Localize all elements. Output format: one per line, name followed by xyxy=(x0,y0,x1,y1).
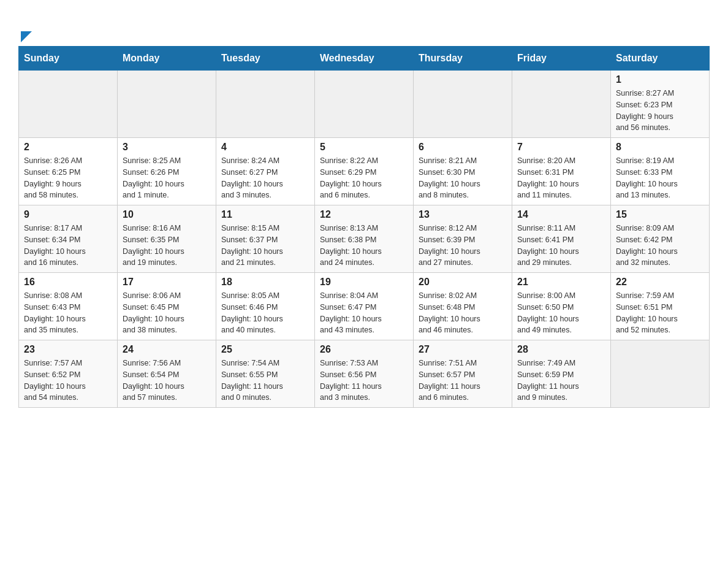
day-info: Sunrise: 8:12 AMSunset: 6:39 PMDaylight:… xyxy=(419,223,507,269)
calendar-cell: 26Sunrise: 7:53 AMSunset: 6:56 PMDayligh… xyxy=(315,340,414,408)
day-info: Sunrise: 8:08 AMSunset: 6:43 PMDaylight:… xyxy=(24,290,112,336)
day-info: Sunrise: 8:04 AMSunset: 6:47 PMDaylight:… xyxy=(320,290,408,336)
calendar-cell xyxy=(19,71,118,138)
day-number: 13 xyxy=(419,209,507,220)
day-info: Sunrise: 8:11 AMSunset: 6:41 PMDaylight:… xyxy=(517,223,605,269)
calendar-week-row: 23Sunrise: 7:57 AMSunset: 6:52 PMDayligh… xyxy=(19,340,710,408)
calendar-cell: 23Sunrise: 7:57 AMSunset: 6:52 PMDayligh… xyxy=(19,340,118,408)
calendar-body: 1Sunrise: 8:27 AMSunset: 6:23 PMDaylight… xyxy=(19,71,710,408)
calendar-cell: 19Sunrise: 8:04 AMSunset: 6:47 PMDayligh… xyxy=(315,273,414,340)
day-info: Sunrise: 8:22 AMSunset: 6:29 PMDaylight:… xyxy=(320,155,408,201)
calendar-table: SundayMondayTuesdayWednesdayThursdayFrid… xyxy=(18,46,710,408)
calendar-cell: 27Sunrise: 7:51 AMSunset: 6:57 PMDayligh… xyxy=(414,340,512,408)
day-info: Sunrise: 8:21 AMSunset: 6:30 PMDaylight:… xyxy=(419,155,507,201)
day-info: Sunrise: 8:24 AMSunset: 6:27 PMDaylight:… xyxy=(221,155,309,201)
day-info: Sunrise: 8:25 AMSunset: 6:26 PMDaylight:… xyxy=(123,155,211,201)
day-info: Sunrise: 8:17 AMSunset: 6:34 PMDaylight:… xyxy=(24,223,112,269)
day-info: Sunrise: 8:06 AMSunset: 6:45 PMDaylight:… xyxy=(123,290,211,336)
weekday-header-monday: Monday xyxy=(118,47,216,71)
day-number: 16 xyxy=(24,277,112,288)
calendar-cell: 18Sunrise: 8:05 AMSunset: 6:46 PMDayligh… xyxy=(216,273,315,340)
day-info: Sunrise: 8:20 AMSunset: 6:31 PMDaylight:… xyxy=(517,155,605,201)
day-number: 24 xyxy=(123,344,211,355)
day-info: Sunrise: 8:09 AMSunset: 6:42 PMDaylight:… xyxy=(616,223,704,269)
day-number: 27 xyxy=(419,344,507,355)
day-info: Sunrise: 7:54 AMSunset: 6:55 PMDaylight:… xyxy=(221,358,309,404)
day-number: 10 xyxy=(123,209,211,220)
day-number: 11 xyxy=(221,209,309,220)
calendar-cell: 16Sunrise: 8:08 AMSunset: 6:43 PMDayligh… xyxy=(19,273,118,340)
day-number: 17 xyxy=(123,277,211,288)
day-info: Sunrise: 8:00 AMSunset: 6:50 PMDaylight:… xyxy=(517,290,605,336)
calendar-week-row: 1Sunrise: 8:27 AMSunset: 6:23 PMDaylight… xyxy=(19,71,710,138)
calendar-cell: 11Sunrise: 8:15 AMSunset: 6:37 PMDayligh… xyxy=(216,205,315,273)
calendar-cell: 10Sunrise: 8:16 AMSunset: 6:35 PMDayligh… xyxy=(118,205,216,273)
calendar-cell xyxy=(315,71,414,138)
calendar-cell: 14Sunrise: 8:11 AMSunset: 6:41 PMDayligh… xyxy=(512,205,611,273)
day-number: 4 xyxy=(221,142,309,153)
logo-blue-row xyxy=(18,31,32,40)
calendar-cell: 13Sunrise: 8:12 AMSunset: 6:39 PMDayligh… xyxy=(414,205,512,273)
weekday-header-wednesday: Wednesday xyxy=(315,47,414,71)
calendar-cell: 5Sunrise: 8:22 AMSunset: 6:29 PMDaylight… xyxy=(315,138,414,205)
day-number: 19 xyxy=(320,277,408,288)
day-number: 22 xyxy=(616,277,704,288)
day-info: Sunrise: 7:49 AMSunset: 6:59 PMDaylight:… xyxy=(517,358,605,404)
day-number: 25 xyxy=(221,344,309,355)
calendar-cell: 4Sunrise: 8:24 AMSunset: 6:27 PMDaylight… xyxy=(216,138,315,205)
day-info: Sunrise: 8:13 AMSunset: 6:38 PMDaylight:… xyxy=(320,223,408,269)
day-info: Sunrise: 8:16 AMSunset: 6:35 PMDaylight:… xyxy=(123,223,211,269)
day-info: Sunrise: 8:02 AMSunset: 6:48 PMDaylight:… xyxy=(419,290,507,336)
calendar-cell: 3Sunrise: 8:25 AMSunset: 6:26 PMDaylight… xyxy=(118,138,216,205)
day-number: 5 xyxy=(320,142,408,153)
calendar-week-row: 16Sunrise: 8:08 AMSunset: 6:43 PMDayligh… xyxy=(19,273,710,340)
day-number: 15 xyxy=(616,209,704,220)
calendar-cell: 22Sunrise: 7:59 AMSunset: 6:51 PMDayligh… xyxy=(611,273,710,340)
calendar-cell xyxy=(414,71,512,138)
day-info: Sunrise: 8:19 AMSunset: 6:33 PMDaylight:… xyxy=(616,155,704,201)
calendar-cell: 21Sunrise: 8:00 AMSunset: 6:50 PMDayligh… xyxy=(512,273,611,340)
weekday-header-thursday: Thursday xyxy=(414,47,512,71)
calendar-cell: 20Sunrise: 8:02 AMSunset: 6:48 PMDayligh… xyxy=(414,273,512,340)
weekday-header-row: SundayMondayTuesdayWednesdayThursdayFrid… xyxy=(19,47,710,71)
day-info: Sunrise: 7:51 AMSunset: 6:57 PMDaylight:… xyxy=(419,358,507,404)
calendar-cell: 9Sunrise: 8:17 AMSunset: 6:34 PMDaylight… xyxy=(19,205,118,273)
day-number: 2 xyxy=(24,142,112,153)
calendar-cell: 17Sunrise: 8:06 AMSunset: 6:45 PMDayligh… xyxy=(118,273,216,340)
day-info: Sunrise: 8:05 AMSunset: 6:46 PMDaylight:… xyxy=(221,290,309,336)
calendar-cell: 24Sunrise: 7:56 AMSunset: 6:54 PMDayligh… xyxy=(118,340,216,408)
calendar-cell: 8Sunrise: 8:19 AMSunset: 6:33 PMDaylight… xyxy=(611,138,710,205)
day-number: 12 xyxy=(320,209,408,220)
page-header xyxy=(18,12,710,40)
calendar-week-row: 9Sunrise: 8:17 AMSunset: 6:34 PMDaylight… xyxy=(19,205,710,273)
day-number: 23 xyxy=(24,344,112,355)
day-number: 28 xyxy=(517,344,605,355)
day-number: 1 xyxy=(616,74,704,85)
weekday-header-friday: Friday xyxy=(512,47,611,71)
calendar-cell: 7Sunrise: 8:20 AMSunset: 6:31 PMDaylight… xyxy=(512,138,611,205)
day-info: Sunrise: 7:57 AMSunset: 6:52 PMDaylight:… xyxy=(24,358,112,404)
day-info: Sunrise: 7:53 AMSunset: 6:56 PMDaylight:… xyxy=(320,358,408,404)
weekday-header-saturday: Saturday xyxy=(611,47,710,71)
day-number: 26 xyxy=(320,344,408,355)
weekday-header-sunday: Sunday xyxy=(19,47,118,71)
day-info: Sunrise: 7:59 AMSunset: 6:51 PMDaylight:… xyxy=(616,290,704,336)
weekday-header-tuesday: Tuesday xyxy=(216,47,315,71)
calendar-cell: 15Sunrise: 8:09 AMSunset: 6:42 PMDayligh… xyxy=(611,205,710,273)
day-info: Sunrise: 8:27 AMSunset: 6:23 PMDaylight:… xyxy=(616,88,704,134)
day-info: Sunrise: 7:56 AMSunset: 6:54 PMDaylight:… xyxy=(123,358,211,404)
calendar-cell: 2Sunrise: 8:26 AMSunset: 6:25 PMDaylight… xyxy=(19,138,118,205)
calendar-header: SundayMondayTuesdayWednesdayThursdayFrid… xyxy=(19,47,710,71)
day-number: 8 xyxy=(616,142,704,153)
calendar-cell xyxy=(512,71,611,138)
logo-triangle-icon xyxy=(21,31,32,42)
logo xyxy=(18,12,32,40)
day-number: 6 xyxy=(419,142,507,153)
calendar-cell: 12Sunrise: 8:13 AMSunset: 6:38 PMDayligh… xyxy=(315,205,414,273)
calendar-cell: 28Sunrise: 7:49 AMSunset: 6:59 PMDayligh… xyxy=(512,340,611,408)
day-number: 3 xyxy=(123,142,211,153)
calendar-week-row: 2Sunrise: 8:26 AMSunset: 6:25 PMDaylight… xyxy=(19,138,710,205)
day-number: 14 xyxy=(517,209,605,220)
calendar-cell xyxy=(611,340,710,408)
calendar-cell: 1Sunrise: 8:27 AMSunset: 6:23 PMDaylight… xyxy=(611,71,710,138)
